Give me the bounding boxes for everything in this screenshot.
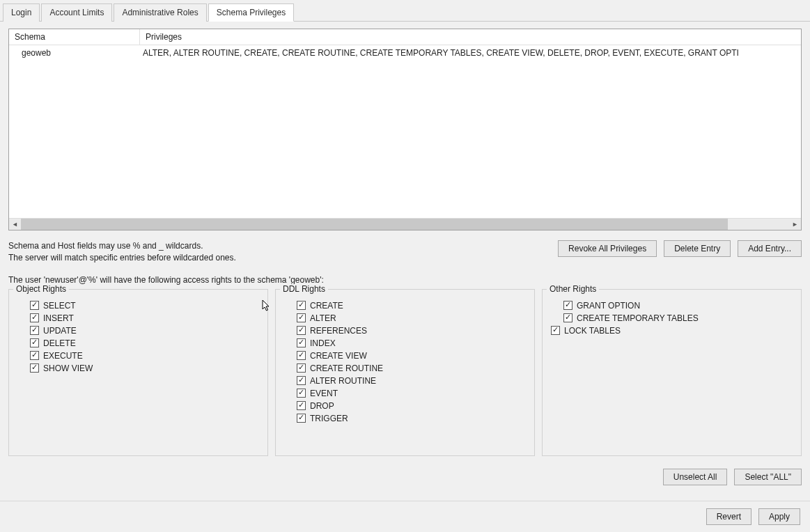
ddl-right-item[interactable]: REFERENCES: [297, 324, 526, 337]
object-right-item[interactable]: EXECUTE: [30, 350, 259, 362]
cell-privileges: ALTER, ALTER ROUTINE, CREATE, CREATE ROU…: [140, 47, 801, 59]
ddl-right-item[interactable]: TRIGGER: [297, 412, 526, 425]
tab-content: Schema Privileges geoweb ALTER, ALTER RO…: [0, 21, 810, 508]
table-row[interactable]: geoweb ALTER, ALTER ROUTINE, CREATE, CRE…: [9, 45, 801, 61]
footer-button-bar: Revert Apply: [0, 501, 810, 532]
checkbox-icon[interactable]: [297, 389, 306, 398]
checkbox-icon[interactable]: [30, 338, 39, 347]
ddl-right-item[interactable]: ALTER: [297, 312, 526, 324]
ddl-right-label: ALTER ROUTINE: [310, 376, 376, 386]
ddl-right-label: TRIGGER: [310, 414, 348, 423]
object-right-label: SHOW VIEW: [43, 363, 93, 373]
checkbox-icon[interactable]: [297, 414, 306, 423]
cell-schema: geoweb: [9, 47, 140, 59]
ddl-right-label: CREATE VIEW: [310, 351, 367, 361]
other-rights-panel: Other Rights GRANT OPTIONCREATE TEMPORAR…: [542, 289, 802, 456]
object-right-label: UPDATE: [43, 326, 77, 336]
tab-schema-privileges[interactable]: Schema Privileges: [208, 3, 294, 22]
checkbox-icon[interactable]: [297, 376, 306, 385]
ddl-right-label: REFERENCES: [310, 326, 367, 336]
object-right-label: EXECUTE: [43, 351, 83, 361]
scroll-thumb[interactable]: [21, 219, 728, 230]
object-rights-panel: Object Rights SELECTINSERTUPDATEDELETEEX…: [8, 289, 268, 456]
ddl-right-label: DROP: [310, 401, 334, 411]
scroll-left-icon[interactable]: ◄: [9, 219, 21, 230]
checkbox-icon[interactable]: [563, 313, 573, 322]
other-right-item[interactable]: LOCK TABLES: [551, 324, 793, 337]
object-right-label: SELECT: [43, 301, 76, 311]
checkbox-icon[interactable]: [297, 351, 306, 360]
ddl-right-item[interactable]: CREATE: [297, 299, 526, 312]
ddl-right-item[interactable]: EVENT: [297, 387, 526, 400]
checkbox-icon[interactable]: [297, 401, 306, 410]
access-rights-line: The user 'newuser'@'%' will have the fol…: [8, 275, 802, 285]
unselect-all-button[interactable]: Unselect All: [663, 469, 728, 485]
add-entry-button[interactable]: Add Entry...: [738, 240, 802, 257]
ddl-right-label: CREATE ROUTINE: [310, 363, 383, 373]
table-header: Schema Privileges: [9, 29, 801, 45]
wildcard-hint: Schema and Host fields may use % and _ w…: [8, 240, 236, 264]
checkbox-icon[interactable]: [563, 301, 573, 310]
object-right-item[interactable]: SHOW VIEW: [30, 362, 259, 375]
apply-button[interactable]: Apply: [758, 508, 800, 525]
checkbox-icon[interactable]: [297, 338, 306, 347]
select-all-button[interactable]: Select "ALL": [734, 469, 802, 485]
revert-button[interactable]: Revert: [706, 508, 751, 525]
tab-account-limits[interactable]: Account Limits: [41, 3, 112, 22]
ddl-right-label: EVENT: [310, 389, 338, 398]
object-right-item[interactable]: SELECT: [30, 299, 259, 312]
ddl-right-item[interactable]: INDEX: [297, 337, 526, 350]
object-right-item[interactable]: INSERT: [30, 312, 259, 324]
checkbox-icon[interactable]: [551, 326, 560, 335]
ddl-right-item[interactable]: DROP: [297, 400, 526, 412]
horizontal-scrollbar[interactable]: ◄ ►: [9, 218, 801, 230]
object-right-label: DELETE: [43, 338, 76, 348]
table-body[interactable]: geoweb ALTER, ALTER ROUTINE, CREATE, CRE…: [9, 45, 801, 218]
checkbox-icon[interactable]: [30, 326, 39, 335]
ddl-rights-title: DDL Rights: [280, 284, 328, 294]
scroll-right-icon[interactable]: ►: [789, 219, 801, 230]
checkbox-icon[interactable]: [297, 363, 306, 373]
revoke-all-button[interactable]: Revoke All Privileges: [558, 240, 657, 257]
other-right-item[interactable]: CREATE TEMPORARY TABLES: [551, 312, 793, 324]
schema-privileges-table: Schema Privileges geoweb ALTER, ALTER RO…: [8, 29, 802, 230]
other-right-label: LOCK TABLES: [564, 326, 621, 336]
checkbox-icon[interactable]: [297, 326, 306, 335]
ddl-rights-panel: DDL Rights CREATEALTERREFERENCESINDEXCRE…: [275, 289, 535, 456]
object-right-item[interactable]: UPDATE: [30, 324, 259, 337]
delete-entry-button[interactable]: Delete Entry: [664, 240, 731, 257]
other-rights-title: Other Rights: [547, 284, 599, 294]
checkbox-icon[interactable]: [30, 351, 39, 360]
scroll-track[interactable]: [21, 219, 789, 230]
checkbox-icon[interactable]: [297, 301, 306, 310]
ddl-right-item[interactable]: CREATE VIEW: [297, 350, 526, 362]
col-privileges[interactable]: Privileges: [140, 29, 801, 45]
object-right-label: INSERT: [43, 313, 74, 323]
object-rights-title: Object Rights: [13, 284, 69, 294]
checkbox-icon[interactable]: [30, 313, 39, 322]
ddl-right-item[interactable]: CREATE ROUTINE: [297, 362, 526, 375]
other-right-label: CREATE TEMPORARY TABLES: [577, 313, 699, 323]
ddl-right-label: ALTER: [310, 313, 336, 323]
rights-panels: Object Rights SELECTINSERTUPDATEDELETEEX…: [8, 289, 802, 456]
col-schema[interactable]: Schema: [9, 29, 140, 45]
tab-bar: Login Account Limits Administrative Role…: [0, 0, 810, 21]
tab-login[interactable]: Login: [3, 3, 40, 22]
checkbox-icon[interactable]: [30, 301, 39, 310]
checkbox-icon[interactable]: [297, 313, 306, 322]
ddl-right-label: INDEX: [310, 338, 336, 348]
tab-admin-roles[interactable]: Administrative Roles: [114, 3, 206, 22]
object-right-item[interactable]: DELETE: [30, 337, 259, 350]
ddl-right-item[interactable]: ALTER ROUTINE: [297, 375, 526, 387]
hint-line-1: Schema and Host fields may use % and _ w…: [8, 241, 203, 251]
other-right-item[interactable]: GRANT OPTION: [551, 299, 793, 312]
hint-line-2: The server will match specific entries b…: [8, 253, 236, 263]
ddl-right-label: CREATE: [310, 301, 343, 311]
other-right-label: GRANT OPTION: [577, 301, 640, 311]
checkbox-icon[interactable]: [30, 363, 39, 373]
